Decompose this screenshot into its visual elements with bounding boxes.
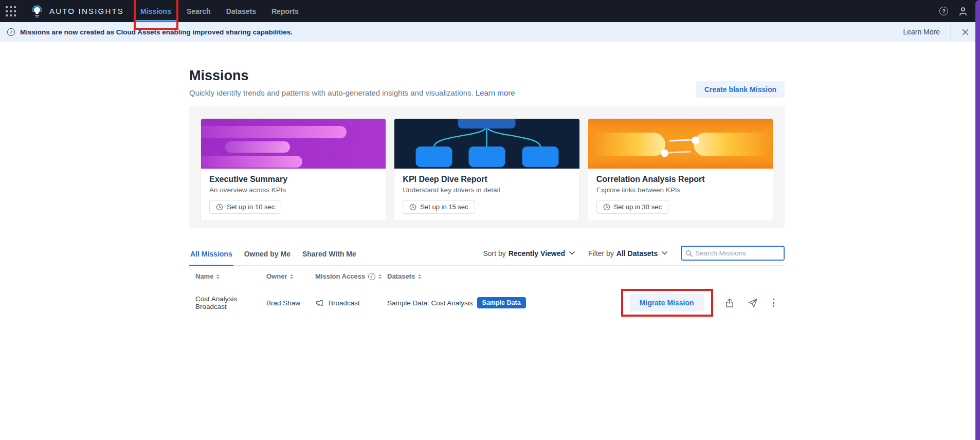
setup-time-badge: Set up in 10 sec: [209, 200, 281, 214]
column-header-name[interactable]: Name: [189, 272, 266, 280]
card-description: Understand key drivers in detail: [403, 186, 571, 194]
waffle-dots: [6, 6, 16, 16]
setup-time-badge: Set up in 15 sec: [403, 200, 475, 214]
clock-icon: [216, 204, 223, 211]
sort-icon: [290, 274, 293, 279]
column-header-owner[interactable]: Owner: [266, 272, 315, 280]
close-icon[interactable]: [960, 27, 971, 38]
template-card-executive-summary[interactable]: Executive Summary An overview across KPI…: [201, 118, 386, 221]
mission-tabs: All Missions Owned by Me Shared With Me: [189, 248, 357, 265]
mission-datasets: Sample Data: Cost Analysis Sample Data: [387, 297, 541, 308]
mission-table-row[interactable]: Cost Analysis Broadcast Brad Shaw Broadc…: [189, 288, 785, 317]
help-icon[interactable]: ?: [939, 7, 948, 15]
navbar-right-icons: ?: [939, 6, 980, 17]
list-controls: Sort by Recently Viewed Filter by All Da…: [483, 246, 785, 265]
card-description: Explore links between KPIs: [596, 186, 765, 194]
primary-nav: Missions Search Datasets Reports: [140, 0, 299, 22]
page-title: Missions: [189, 67, 515, 84]
sort-by-dropdown[interactable]: Sort by Recently Viewed: [483, 249, 575, 258]
share-icon[interactable]: [725, 298, 734, 308]
purple-bars-thumbnail: [201, 119, 386, 169]
nav-item-datasets[interactable]: Datasets: [226, 0, 256, 22]
info-icon[interactable]: i: [368, 273, 375, 280]
main-content: Missions Quickly identify trends and pat…: [189, 67, 785, 317]
missions-toolbar: All Missions Owned by Me Shared With Me …: [189, 246, 785, 266]
megaphone-icon: [315, 299, 324, 307]
lightbulb-logo-icon: [31, 5, 43, 18]
clock-icon: [603, 204, 610, 211]
clock-icon: [409, 204, 416, 211]
sample-data-badge: Sample Data: [477, 297, 526, 308]
banner-learn-more-link[interactable]: Learn More: [903, 28, 940, 36]
search-missions-box: [681, 246, 785, 261]
nav-item-reports[interactable]: Reports: [271, 0, 299, 22]
search-icon: [685, 250, 693, 257]
card-title: KPI Deep Dive Report: [403, 175, 571, 184]
mission-access: Broadcast: [315, 299, 387, 307]
flowchart-thumbnail: [394, 119, 579, 169]
nav-item-missions[interactable]: Missions: [140, 0, 171, 22]
send-icon[interactable]: [748, 298, 758, 308]
tab-all-missions[interactable]: All Missions: [189, 248, 233, 265]
migrate-mission-button[interactable]: Migrate Mission: [630, 294, 704, 311]
sort-icon: [378, 274, 382, 279]
app-grid-icon[interactable]: [0, 0, 22, 22]
sort-icon: [418, 274, 421, 279]
nav-item-search[interactable]: Search: [187, 0, 211, 22]
info-icon: i: [7, 28, 15, 36]
create-blank-mission-button[interactable]: Create blank Mission: [696, 81, 785, 98]
sort-icon: [216, 274, 220, 279]
subtitle-learn-more-link[interactable]: Learn more: [476, 88, 515, 97]
template-card-correlation-analysis[interactable]: Correlation Analysis Report Explore link…: [588, 118, 773, 221]
card-title: Executive Summary: [209, 175, 377, 184]
missions-table-header: Name Owner Mission Access i Datasets: [189, 272, 785, 280]
column-header-datasets[interactable]: Datasets: [387, 272, 541, 280]
template-card-kpi-deep-dive[interactable]: KPI Deep Dive Report Understand key driv…: [394, 118, 579, 221]
template-cards-section: Executive Summary An overview across KPI…: [189, 106, 785, 228]
filter-by-dropdown[interactable]: Filter by All Datasets: [588, 249, 667, 258]
page-header-text: Missions Quickly identify trends and pat…: [189, 67, 515, 97]
banner-message: Missions are now created as Cloud Assets…: [20, 28, 293, 36]
notification-banner: i Missions are now created as Cloud Asse…: [0, 22, 980, 42]
card-title: Correlation Analysis Report: [596, 175, 765, 184]
chevron-down-icon: [569, 251, 575, 255]
mission-name: Cost Analysis Broadcast: [189, 295, 266, 310]
right-edge-purple-strip: [975, 0, 980, 440]
banner-actions: Learn More: [903, 22, 971, 42]
chevron-down-icon: [662, 251, 667, 255]
page-subtitle: Quickly identify trends and patterns wit…: [189, 88, 515, 97]
row-actions: Migrate Mission: [630, 294, 785, 311]
search-missions-input[interactable]: [682, 247, 784, 260]
brand-title: AUTO INSIGHTS: [49, 7, 124, 15]
top-navbar: AUTO INSIGHTS Missions Search Datasets R…: [0, 0, 980, 22]
tab-owned-by-me[interactable]: Owned by Me: [243, 248, 292, 265]
setup-time-badge: Set up in 30 sec: [596, 200, 668, 214]
user-icon[interactable]: [957, 6, 969, 17]
page-header: Missions Quickly identify trends and pat…: [189, 67, 785, 98]
active-nav-underline: [134, 20, 178, 22]
mission-owner: Brad Shaw: [266, 299, 315, 307]
more-options-icon[interactable]: [772, 298, 776, 308]
tab-shared-with-me[interactable]: Shared With Me: [301, 248, 357, 265]
navbar-divider: [22, 0, 22, 22]
banner-divider: [950, 22, 951, 42]
correlation-thumbnail: [588, 119, 773, 169]
column-header-mission-access[interactable]: Mission Access i: [315, 272, 387, 280]
card-description: An overview across KPIs: [209, 186, 377, 194]
